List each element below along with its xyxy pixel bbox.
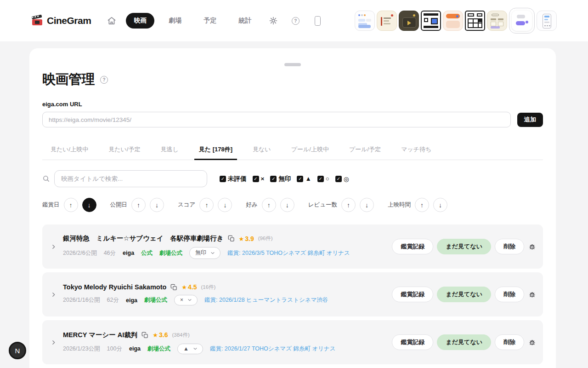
tag-list: 劇場公式 xyxy=(144,296,167,304)
theme-option-8-selected[interactable] xyxy=(509,8,535,34)
question-mark-glyph xyxy=(292,17,300,25)
mark-select-dropdown[interactable]: × xyxy=(174,295,198,305)
theme-option-4-button[interactable] xyxy=(421,11,441,31)
expand-chevron-icon[interactable] xyxy=(48,338,59,347)
brand[interactable]: CineGram xyxy=(31,15,91,27)
official-site-tag[interactable]: 劇場公式 xyxy=(144,296,167,304)
release-date: 2026/2/6公開 xyxy=(63,249,97,257)
sort-desc-button[interactable]: ↓ xyxy=(280,198,294,212)
sort-desc-button[interactable]: ↓ xyxy=(150,198,164,212)
sort-asc-button[interactable]: ↑ xyxy=(341,198,356,212)
sort-desc-button[interactable]: ↓ xyxy=(360,198,374,212)
copy-icon[interactable] xyxy=(170,284,177,291)
theme-option-1-button[interactable] xyxy=(355,11,375,31)
filter-checkbox-3[interactable]: ▲ xyxy=(297,175,311,182)
tab-1[interactable]: 見たい/予定 xyxy=(107,141,141,160)
official-site-tag[interactable]: 劇場公式 xyxy=(147,345,170,353)
question-mark-glyph xyxy=(100,76,108,84)
help-icon[interactable] xyxy=(288,13,303,29)
sort-desc-button[interactable]: ↓ xyxy=(82,198,96,212)
filter-label: × xyxy=(261,175,265,182)
record-button[interactable]: 鑑賞記録 xyxy=(392,287,433,302)
sort-controls: 鑑賞日↑↓公開日↑↓スコア↑↓好み↑↓レビュー数↑↓上映時間↑↓ xyxy=(42,198,543,212)
delete-button[interactable]: 削除 xyxy=(495,334,524,350)
watch-record-link[interactable]: 鑑賞: 2026/3/5 TOHOシネマズ 錦糸町 オリナス xyxy=(227,249,350,257)
expand-chevron-icon[interactable] xyxy=(48,242,59,252)
theme-option-9-button[interactable] xyxy=(537,11,557,31)
sort-asc-button[interactable]: ↑ xyxy=(131,198,146,212)
movie-rating: ★3.9 xyxy=(239,235,254,242)
chevron-down-icon xyxy=(187,298,192,302)
bug-icon[interactable] xyxy=(528,290,537,299)
expand-chevron-icon[interactable] xyxy=(48,290,59,299)
delete-button[interactable]: 削除 xyxy=(495,239,524,254)
title-help-icon[interactable] xyxy=(100,76,108,84)
card-drag-handle[interactable] xyxy=(284,63,301,66)
copy-icon[interactable] xyxy=(228,235,235,242)
runtime: 100分 xyxy=(107,345,122,353)
filter-checkbox-0[interactable]: 未評価 xyxy=(220,175,247,183)
filter-checkbox-2[interactable]: 無印 xyxy=(270,175,291,183)
tab-0[interactable]: 見たい/上映中 xyxy=(50,141,89,160)
not-seen-button[interactable]: まだ見てない xyxy=(437,287,491,302)
filter-label: ○ xyxy=(326,175,329,182)
phone-icon[interactable] xyxy=(310,13,325,29)
not-seen-button[interactable]: まだ見てない xyxy=(437,334,491,350)
nav-links: 映画劇場予定統計 xyxy=(104,13,325,29)
theme-option-6-button[interactable] xyxy=(465,11,485,31)
nav-item-1[interactable]: 劇場 xyxy=(161,13,189,29)
filter-checkbox-5[interactable]: ◎ xyxy=(335,175,349,183)
tab-2[interactable]: 見逃し xyxy=(159,141,179,160)
theme-option-2-button[interactable] xyxy=(377,11,397,31)
sort-group-3: 好み↑↓ xyxy=(246,198,294,212)
tab-4[interactable]: 見ない xyxy=(252,141,272,160)
watch-record-link[interactable]: 鑑賞: 2026/1/27 TOHOシネマズ 錦糸町 オリナス xyxy=(210,345,336,353)
official-site-tag[interactable]: 公式 xyxy=(141,249,153,257)
sort-desc-button[interactable]: ↓ xyxy=(218,198,232,212)
home-icon[interactable] xyxy=(104,13,119,29)
nav-item-0[interactable]: 映画 xyxy=(126,13,154,29)
watch-record-link[interactable]: 鑑賞: 2026/1/28 ヒューマントラストシネマ渋谷 xyxy=(204,296,328,304)
sort-asc-button[interactable]: ↑ xyxy=(199,198,214,212)
sort-asc-button[interactable]: ↑ xyxy=(262,198,276,212)
sort-group-1: 公開日↑↓ xyxy=(110,198,164,212)
filter-checkbox-4[interactable]: ○ xyxy=(317,175,329,182)
delete-button[interactable]: 削除 xyxy=(495,287,524,302)
nav-item-3[interactable]: 統計 xyxy=(231,13,259,29)
tab-7[interactable]: マッチ待ち xyxy=(400,141,432,160)
theme-option-7-button[interactable] xyxy=(487,11,507,31)
bug-icon[interactable] xyxy=(528,338,537,347)
sort-asc-button[interactable]: ↑ xyxy=(64,198,78,212)
theme-option-5-button[interactable] xyxy=(443,11,463,31)
mark-select-dropdown[interactable]: ▲ xyxy=(177,344,203,354)
copy-icon[interactable] xyxy=(141,332,148,339)
add-movie-button[interactable]: 追加 xyxy=(517,113,543,127)
title-search-input[interactable] xyxy=(54,170,207,187)
notification-fab[interactable]: N xyxy=(9,342,26,359)
gear-icon[interactable] xyxy=(266,13,281,29)
mark-value: ▲ xyxy=(183,345,189,352)
record-button[interactable]: 鑑賞記録 xyxy=(392,334,433,350)
not-seen-button[interactable]: まだ見てない xyxy=(437,239,491,254)
theme-option-3-button[interactable] xyxy=(399,11,419,31)
sort-asc-button[interactable]: ↑ xyxy=(415,198,429,212)
bug-icon[interactable] xyxy=(528,242,537,251)
record-button[interactable]: 鑑賞記録 xyxy=(392,239,433,254)
movie-title: Tokyo Melody Ryuichi Sakamoto xyxy=(63,283,166,291)
official-site-tag[interactable]: 劇場公式 xyxy=(159,249,182,257)
nav-item-2[interactable]: 予定 xyxy=(196,13,224,29)
filter-checkbox-1[interactable]: × xyxy=(253,175,265,182)
tab-5[interactable]: プール/上映中 xyxy=(290,141,330,160)
tab-3[interactable]: 見た [178件] xyxy=(198,141,233,160)
sort-desc-button[interactable]: ↓ xyxy=(433,198,447,212)
checkbox-checked-icon xyxy=(297,176,303,182)
eiga-url-input[interactable] xyxy=(42,112,511,127)
checkbox-checked-icon xyxy=(270,176,277,182)
movie-score: 3.6 xyxy=(159,331,168,339)
movie-row: MERCY マーシー AI裁判 ★3.6 (384件) 2026/1/23公開 … xyxy=(42,320,543,364)
sort-group-4: レビュー数↑↓ xyxy=(308,198,374,212)
chevron-down-icon xyxy=(210,251,215,255)
source-label: eiga xyxy=(123,250,134,256)
tab-6[interactable]: プール/予定 xyxy=(348,141,382,160)
mark-select-dropdown[interactable]: 無印 xyxy=(189,247,220,259)
